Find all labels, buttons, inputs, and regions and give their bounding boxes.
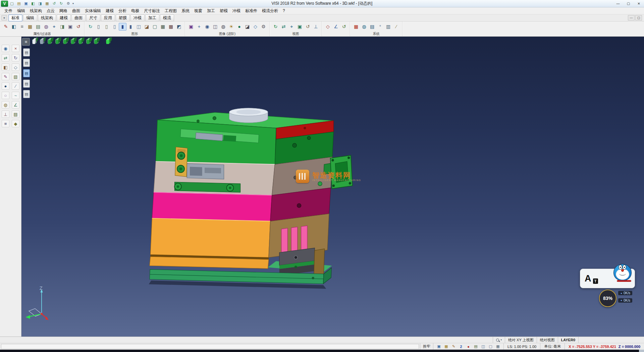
menu-item[interactable]: 尺寸标注 bbox=[142, 7, 162, 14]
os-taskbar[interactable] bbox=[0, 350, 644, 352]
top-view-icon[interactable] bbox=[55, 39, 60, 43]
perspective-icon[interactable]: ◇ bbox=[252, 23, 259, 31]
workplane-reset-icon[interactable]: ↺ bbox=[340, 23, 348, 31]
transparency-icon[interactable]: ◫ bbox=[135, 23, 143, 31]
statusbar-search[interactable]: ▾ bbox=[493, 337, 505, 343]
shaded-edges-icon[interactable]: ▮ bbox=[127, 23, 135, 31]
color-filter-icon[interactable]: ▦ bbox=[26, 23, 34, 31]
lighting-icon[interactable]: ☀ bbox=[227, 23, 235, 31]
menu-item[interactable]: 线架构 bbox=[28, 7, 44, 14]
shadow-toggle-icon[interactable]: ◪ bbox=[244, 23, 251, 31]
wireframe-mode-icon[interactable]: ▯ bbox=[95, 23, 102, 31]
type-filter-icon[interactable]: ◍ bbox=[42, 23, 50, 31]
element-filter-icon[interactable]: ≡ bbox=[18, 23, 26, 31]
lock-toggle[interactable]: 拴牢 bbox=[420, 343, 433, 350]
toolbar-tab[interactable]: 应用 bbox=[101, 14, 115, 21]
toolbar-tab[interactable]: 建模 bbox=[57, 14, 71, 21]
open-file-icon[interactable]: ▤ bbox=[16, 1, 22, 6]
line-tool-icon[interactable]: ∕ bbox=[12, 82, 19, 90]
menu-item[interactable]: 冲模 bbox=[230, 7, 243, 14]
plan-slot-1-icon[interactable]: ▤ bbox=[23, 48, 30, 56]
rotate-view-icon[interactable]: ↻ bbox=[272, 23, 279, 31]
undo-icon[interactable]: ↺ bbox=[51, 1, 57, 6]
layer-manager-icon[interactable]: ▥ bbox=[384, 23, 392, 31]
hidden-line-mode-icon[interactable]: ▯ bbox=[103, 23, 110, 31]
blank-view-icon[interactable] bbox=[32, 39, 37, 43]
toolbar-tab[interactable]: 冲模 bbox=[130, 14, 145, 21]
visi-logo[interactable]: V bbox=[1, 1, 8, 7]
zoom-graphic-icon[interactable]: ▢ bbox=[151, 23, 159, 31]
screens-icon[interactable]: ◫ bbox=[480, 344, 486, 349]
pick-filter-icon[interactable]: ⌖ bbox=[50, 23, 58, 31]
dimension-tool-icon[interactable]: ⊥ bbox=[2, 111, 9, 118]
plan-slot-4-icon[interactable]: ▤ bbox=[23, 80, 30, 88]
shaded-mode-icon[interactable]: ▮ bbox=[119, 23, 126, 31]
previous-view-icon[interactable]: ↺ bbox=[304, 23, 312, 31]
sketch-tool-icon[interactable]: ✎ bbox=[2, 73, 9, 80]
annotate-icon[interactable]: ✎ bbox=[451, 344, 457, 349]
toolbar-tab[interactable]: 尺寸 bbox=[86, 14, 100, 21]
mold-assembly[interactable] bbox=[149, 108, 353, 289]
snap-settings-icon[interactable]: ◉ bbox=[2, 45, 9, 52]
toolbar-tab[interactable]: 加工 bbox=[145, 14, 159, 21]
toolbar-tab[interactable]: 编辑 bbox=[23, 14, 37, 21]
move-tool-icon[interactable]: ⇄ bbox=[2, 54, 9, 61]
snap-toggle-icon[interactable]: ▦ bbox=[443, 344, 449, 349]
view-menu-icon[interactable]: ≡ bbox=[22, 38, 30, 46]
viewport-3d[interactable]: Z ≡ bbox=[21, 37, 644, 337]
surface-tool-icon[interactable]: ◍ bbox=[2, 101, 9, 108]
view-quick-icon[interactable]: ◨ bbox=[37, 1, 43, 6]
new-document-icon[interactable]: ▢ bbox=[9, 1, 15, 6]
pan-view-icon[interactable]: ⇄ bbox=[280, 23, 287, 31]
toolbar-tab[interactable]: 线架构 bbox=[38, 14, 56, 21]
mdi-minimize-button[interactable]: — bbox=[628, 15, 635, 20]
show-desktop-button[interactable] bbox=[639, 350, 644, 352]
plan-slot-3-icon[interactable]: ▤ bbox=[23, 69, 30, 77]
menu-item[interactable]: 加工 bbox=[205, 7, 217, 14]
layer-quick-icon[interactable]: ▦ bbox=[44, 1, 50, 6]
dynamic-view-icon[interactable] bbox=[106, 39, 110, 43]
menu-item[interactable]: 分析 bbox=[116, 7, 129, 14]
menu-item[interactable]: 工程图 bbox=[162, 7, 179, 14]
screenshot-icon[interactable]: ▣ bbox=[187, 23, 195, 31]
properties-panel-icon[interactable]: ≡ bbox=[2, 120, 9, 127]
isolate-icon[interactable]: ▣ bbox=[66, 23, 74, 31]
menu-item[interactable]: 标准件 bbox=[243, 7, 260, 14]
help-tool-icon[interactable]: ◆ bbox=[12, 120, 19, 127]
info-icon[interactable]: 2 bbox=[458, 344, 464, 349]
layers-panel-icon[interactable]: ▤ bbox=[12, 111, 19, 118]
menu-item[interactable]: 点云 bbox=[44, 7, 57, 14]
scene-canvas[interactable]: Z bbox=[21, 37, 644, 337]
menu-item[interactable]: 建模 bbox=[103, 7, 116, 14]
zoom-window-icon[interactable]: ⌖ bbox=[288, 23, 296, 31]
mirror-tool-icon[interactable]: ◧ bbox=[2, 63, 9, 71]
material-render-icon[interactable]: ● bbox=[235, 23, 243, 31]
redo-icon[interactable]: ↻ bbox=[58, 1, 64, 6]
menu-item[interactable]: 模流分析 bbox=[260, 7, 280, 14]
image-pan-icon[interactable]: + bbox=[195, 23, 203, 31]
menu-item[interactable]: 塑模 bbox=[217, 7, 230, 14]
right-view-icon[interactable] bbox=[71, 39, 75, 43]
erase-tool-icon[interactable]: ▧ bbox=[12, 73, 19, 80]
front-view-icon[interactable] bbox=[63, 39, 67, 43]
menu-item[interactable]: 网格 bbox=[57, 7, 70, 14]
measure-system-icon[interactable]: ∕ bbox=[392, 23, 400, 31]
tab-dropdown-icon[interactable]: ▼ bbox=[1, 15, 7, 20]
menu-item[interactable]: 视窗 bbox=[192, 7, 205, 14]
rotate-tool-icon[interactable]: ↻ bbox=[12, 54, 19, 61]
mdi-restore-button[interactable]: ▢ bbox=[635, 15, 642, 20]
toolbar-tab[interactable]: 标准 bbox=[8, 14, 22, 21]
left-view-icon[interactable] bbox=[78, 39, 83, 43]
menu-item[interactable]: 文件 bbox=[2, 7, 15, 14]
close-button[interactable]: × bbox=[634, 0, 644, 7]
stack-icon[interactable]: ▤ bbox=[473, 344, 479, 349]
settings-quick-icon[interactable]: ⚙ bbox=[65, 1, 71, 6]
absolute-view-indicator[interactable]: 绝对视图 bbox=[537, 337, 558, 343]
database-icon[interactable]: ▤ bbox=[368, 23, 376, 31]
bottom-view-icon[interactable] bbox=[94, 39, 98, 43]
texture-view-icon[interactable]: ▩ bbox=[167, 23, 175, 31]
monitor-icon[interactable]: ▢ bbox=[488, 344, 493, 349]
globe-settings-icon[interactable]: ◍ bbox=[360, 23, 368, 31]
redraw-icon[interactable]: ↻ bbox=[87, 23, 94, 31]
record-icon[interactable]: ● bbox=[466, 344, 471, 349]
